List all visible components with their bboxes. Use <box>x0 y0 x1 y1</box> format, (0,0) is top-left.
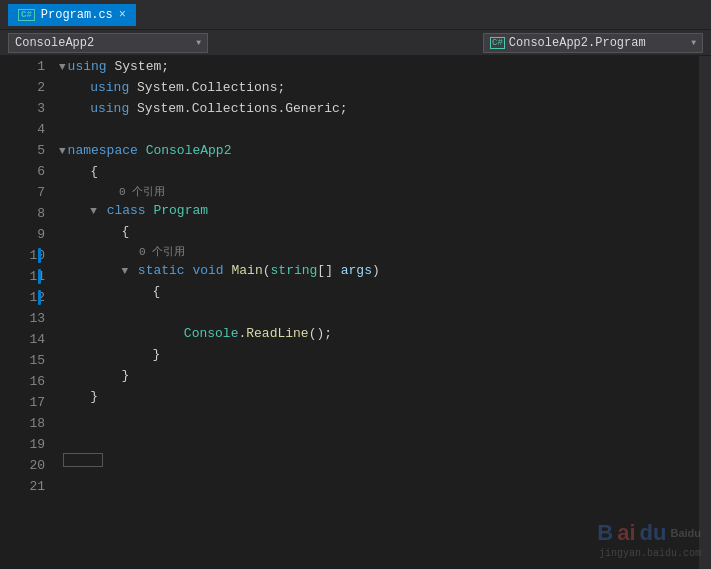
breadcrumb-dropdown-right[interactable]: C# ConsoleApp2.Program ▼ <box>483 33 703 53</box>
code-line-11 <box>59 302 699 323</box>
line-20: 20 <box>0 455 55 476</box>
breadcrumb-dropdown-left[interactable]: ConsoleApp2 ▼ <box>8 33 208 53</box>
code-line-9: ▼ static void Main(string[] args) <box>59 260 699 281</box>
code-line-6: { <box>59 161 699 182</box>
chevron-down-icon: ▼ <box>196 38 201 47</box>
code-line-3: using System.Collections.Generic; <box>59 98 699 119</box>
ref-hint-method: 0 个引用 <box>59 242 699 260</box>
tab-pin-icon[interactable]: × <box>119 8 126 22</box>
line-10: 10 <box>0 245 55 266</box>
nav-cs-icon: C# <box>490 37 505 49</box>
ref-hint-class: 0 个引用 <box>59 182 699 200</box>
line-14: 14 <box>0 329 55 350</box>
code-line-18 <box>59 449 699 470</box>
line-21: 21 <box>0 476 55 497</box>
code-line-4 <box>59 119 699 140</box>
line-9: 9 <box>0 224 55 245</box>
code-line-21 <box>59 512 699 533</box>
chevron-down-icon-right: ▼ <box>691 38 696 47</box>
line-number-gutter: 1 2 3 4 5 6 7 8 9 10 11 12 13 14 15 16 1… <box>0 56 55 569</box>
line-13: 13 <box>0 308 55 329</box>
line-5: 5 <box>0 140 55 161</box>
nav-bar: ConsoleApp2 ▼ C# ConsoleApp2.Program ▼ <box>0 30 711 56</box>
code-editor[interactable]: 1 2 3 4 5 6 7 8 9 10 11 12 13 14 15 16 1… <box>0 56 711 569</box>
code-line-1: ▼using System; <box>59 56 699 77</box>
nav-left-label: ConsoleApp2 <box>15 36 94 50</box>
scrollbar[interactable] <box>699 56 711 569</box>
line-16: 16 <box>0 371 55 392</box>
line-18: 18 <box>0 413 55 434</box>
code-line-13: } <box>59 344 699 365</box>
code-line-16 <box>59 407 699 428</box>
line-2: 2 <box>0 77 55 98</box>
tab-filename: Program.cs <box>41 8 113 22</box>
code-line-2: using System.Collections; <box>59 77 699 98</box>
line-17: 17 <box>0 392 55 413</box>
collapse-icon-1[interactable]: ▼ <box>59 61 66 73</box>
code-line-17 <box>59 428 699 449</box>
line-11: 11 <box>0 266 55 287</box>
collapse-icon-9[interactable]: ▼ <box>121 265 128 277</box>
code-line-8: { <box>59 221 699 242</box>
line-4: 4 <box>0 119 55 140</box>
line-8: 8 <box>0 203 55 224</box>
tab-cs-icon: C# <box>18 9 35 21</box>
line-7: 7 <box>0 182 55 203</box>
collapse-icon-5[interactable]: ▼ <box>59 145 66 157</box>
code-line-5: ▼namespace ConsoleApp2 <box>59 140 699 161</box>
collapse-icon-7[interactable]: ▼ <box>90 205 97 217</box>
code-line-14: } <box>59 365 699 386</box>
code-line-19 <box>59 470 699 491</box>
line-6: 6 <box>0 161 55 182</box>
line-12: 12 <box>0 287 55 308</box>
line-3: 3 <box>0 98 55 119</box>
code-text[interactable]: ▼using System; using System.Collections;… <box>55 56 699 569</box>
code-line-10: { <box>59 281 699 302</box>
code-line-7: ▼ class Program <box>59 200 699 221</box>
line-19: 19 <box>0 434 55 455</box>
code-line-20 <box>59 491 699 512</box>
line-1: 1 <box>0 56 55 77</box>
code-line-15: } <box>59 386 699 407</box>
nav-right-label: ConsoleApp2.Program <box>509 36 646 50</box>
file-tab[interactable]: C# Program.cs × <box>8 4 136 26</box>
line-15: 15 <box>0 350 55 371</box>
title-bar: C# Program.cs × <box>0 0 711 30</box>
code-line-12: Console.ReadLine(); <box>59 323 699 344</box>
